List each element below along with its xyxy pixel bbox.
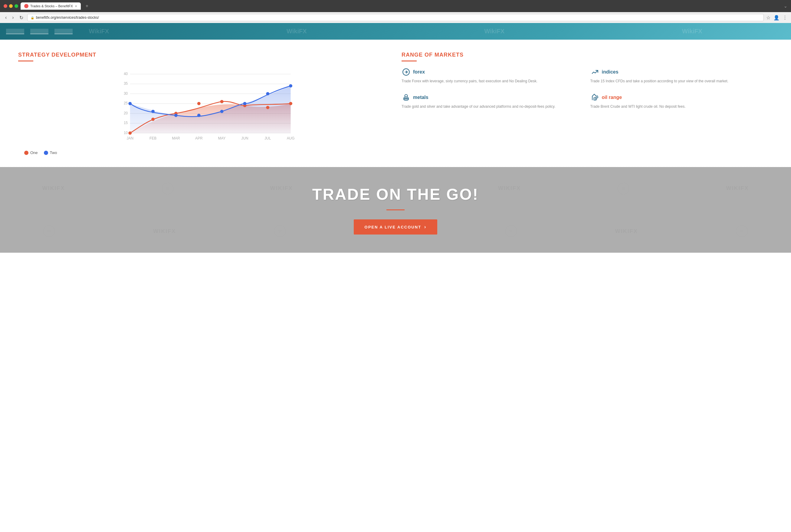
browser-titlebar: Trades & Stocks – BenefitFX ✕ + ⌄	[0, 0, 791, 12]
maximize-button[interactable]	[15, 4, 18, 8]
svg-text:AUG: AUG	[287, 136, 295, 140]
wm-text-5: WikiFX	[153, 228, 176, 234]
indices-icon	[591, 68, 599, 77]
legend-dot-one	[24, 151, 28, 155]
svg-text:20: 20	[124, 111, 128, 115]
strategy-title: STRATEGY DEVELOPMENT	[18, 52, 389, 58]
address-bar[interactable]: 🔒 benefitfx.org/en/services/trades-stock…	[27, 14, 764, 21]
svg-text:30: 30	[124, 91, 128, 96]
tab-favicon	[24, 4, 28, 8]
oil-range-desc: Trade Brent Crude and WTI light crude oi…	[591, 104, 773, 109]
markets-grid: forex Trade Forex with leverage, sixty c…	[402, 68, 773, 109]
blue-dot-jul	[266, 92, 269, 95]
red-dot-may	[220, 100, 224, 103]
blue-dot-jun	[243, 102, 247, 105]
market-item-indices: indices Trade 15 Index CFDs and take a p…	[591, 68, 773, 84]
indices-desc: Trade 15 Index CFDs and take a position …	[591, 78, 773, 84]
blue-dot-mar	[174, 114, 178, 117]
indices-name: indices	[602, 69, 618, 75]
legend-two: Two	[44, 150, 57, 155]
strategy-chart: 40 35 30 25 20 15 10 JAN FEB MAR APR MAY…	[18, 68, 389, 146]
blue-dot-aug	[289, 84, 292, 88]
open-live-account-button[interactable]: OPEN A LIVE ACCOUNT ›	[354, 220, 438, 234]
markets-title: RANGE OF MARKETS	[402, 52, 773, 58]
tab-title: Trades & Stocks – BenefitFX	[30, 4, 73, 8]
legend-one: One	[24, 150, 38, 155]
market-header-forex: forex	[402, 68, 584, 77]
svg-text:35: 35	[124, 81, 128, 86]
blue-dot-may	[220, 110, 224, 113]
red-dot-jul	[266, 106, 269, 109]
header-tab-3[interactable]	[55, 29, 73, 34]
cta-button-label: OPEN A LIVE ACCOUNT	[365, 225, 422, 229]
menu-icon[interactable]: ⋮	[783, 15, 787, 21]
svg-rect-28	[594, 98, 596, 100]
cta-section: WikiFX W WikiFX W WikiFX W WikiFX W Wiki…	[0, 167, 791, 253]
close-button[interactable]	[4, 4, 7, 8]
main-content: STRATEGY DEVELOPMENT 40 35 30 25 20 15 1…	[0, 40, 791, 167]
wm-text-7: WikiFX	[615, 228, 638, 234]
legend-label-two: Two	[50, 150, 57, 155]
header-watermark: WikiFXWikiFXWikiFXWikiFX	[0, 23, 791, 40]
svg-text:15: 15	[124, 121, 128, 125]
security-icon: 🔒	[31, 16, 34, 19]
header-tab-2[interactable]	[30, 29, 49, 34]
forex-icon	[402, 68, 411, 77]
browser-dropdown-icon[interactable]: ⌄	[784, 4, 787, 8]
red-dot-apr	[197, 102, 200, 105]
legend-dot-two	[44, 151, 48, 155]
svg-text:APR: APR	[195, 136, 203, 140]
blue-dot-feb	[151, 110, 155, 113]
chart-legend: One Two	[18, 150, 389, 155]
svg-text:25: 25	[124, 101, 128, 105]
strategy-underline	[18, 60, 33, 61]
oil-range-name: oil range	[602, 95, 622, 100]
red-dot-jan	[128, 131, 132, 135]
cta-arrow-icon: ›	[424, 224, 426, 230]
market-item-metals: metals Trade gold and silver and take ad…	[402, 93, 584, 109]
svg-text:JUL: JUL	[265, 136, 271, 140]
toolbar-icons: ☆ 👤 ⋮	[766, 15, 787, 21]
wm-logo-6: W	[505, 225, 517, 237]
svg-text:JAN: JAN	[127, 136, 134, 140]
market-header-indices: indices	[591, 68, 773, 77]
tab-close-icon[interactable]: ✕	[75, 4, 77, 8]
metals-icon	[402, 93, 411, 102]
wm-logo-4: W	[43, 225, 55, 237]
blue-dot-apr	[197, 114, 200, 117]
wm-logo-7: W	[736, 225, 748, 237]
svg-text:40: 40	[124, 72, 128, 76]
reload-button[interactable]: ↻	[18, 14, 25, 21]
legend-label-one: One	[30, 150, 38, 155]
market-item-forex: forex Trade Forex with leverage, sixty c…	[402, 68, 584, 84]
svg-text:JUN: JUN	[241, 136, 248, 140]
svg-point-23	[405, 94, 408, 97]
cta-title: TRADE ON THE GO!	[6, 185, 785, 203]
url-display: benefitfx.org/en/services/trades-stocks/	[36, 15, 99, 20]
forex-name: forex	[413, 69, 425, 75]
metals-name: metals	[413, 95, 428, 100]
strategy-section: STRATEGY DEVELOPMENT 40 35 30 25 20 15 1…	[18, 52, 389, 155]
svg-text:MAR: MAR	[172, 136, 180, 140]
forex-desc: Trade Forex with leverage, sixty currenc…	[402, 78, 584, 84]
browser-chrome: Trades & Stocks – BenefitFX ✕ + ⌄ ‹ › ↻ …	[0, 0, 791, 23]
market-item-oil-range: oil range Trade Brent Crude and WTI ligh…	[591, 93, 773, 109]
market-header-metals: metals	[402, 93, 584, 102]
header-tab-1[interactable]	[6, 29, 24, 34]
red-dot-feb	[151, 118, 155, 121]
red-dot-aug	[289, 102, 292, 105]
cta-underline	[386, 209, 405, 210]
svg-text:FEB: FEB	[150, 136, 156, 140]
svg-text:10: 10	[124, 131, 128, 135]
back-button[interactable]: ‹	[4, 14, 8, 21]
profile-icon[interactable]: 👤	[773, 15, 779, 21]
browser-toolbar: ‹ › ↻ 🔒 benefitfx.org/en/services/trades…	[0, 12, 791, 23]
browser-tab[interactable]: Trades & Stocks – BenefitFX ✕	[21, 2, 81, 10]
wm-logo-5: W	[274, 225, 286, 237]
bookmark-icon[interactable]: ☆	[766, 15, 770, 21]
new-tab-button[interactable]: +	[83, 3, 91, 9]
minimize-button[interactable]	[9, 4, 13, 8]
forward-button[interactable]: ›	[11, 14, 15, 21]
chart-container: 40 35 30 25 20 15 10 JAN FEB MAR APR MAY…	[18, 68, 389, 147]
markets-section: RANGE OF MARKETS forex Trade Forex with …	[402, 52, 773, 155]
